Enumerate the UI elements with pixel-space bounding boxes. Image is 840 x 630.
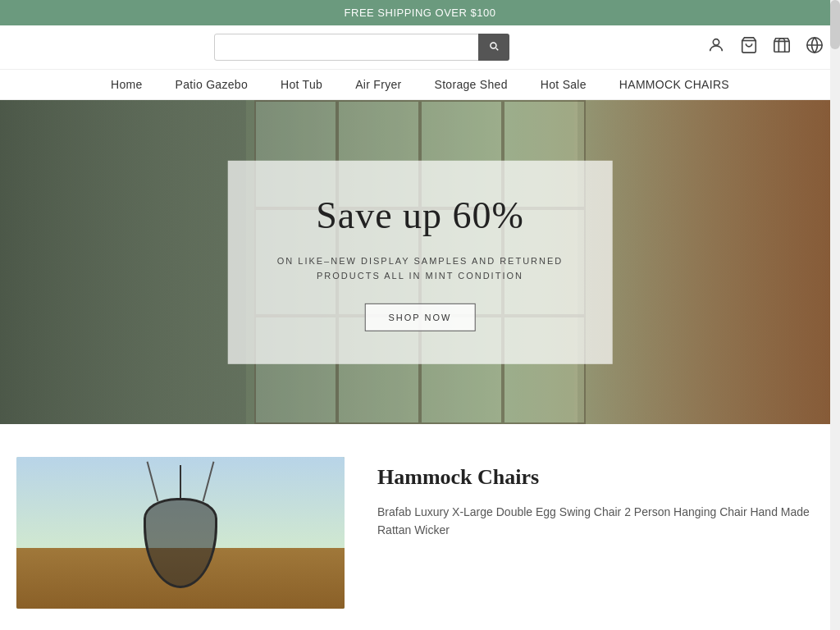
hero-overlay: Save up 60% ON LIKE–NEW DISPLAY SAMPLES … xyxy=(228,160,613,363)
header xyxy=(0,25,840,70)
product-info: Hammock Chairs Brafab Luxury X-Large Dou… xyxy=(377,457,824,540)
hero-subtext-line2: PRODUCTS ALL IN MINT CONDITION xyxy=(317,271,523,281)
cart-icon[interactable] xyxy=(740,36,758,58)
hero-left-panel xyxy=(0,100,254,424)
search-button[interactable] xyxy=(478,34,509,61)
product-description: Brafab Luxury X-Large Double Egg Swing C… xyxy=(377,503,824,540)
hero-subtext-line1: ON LIKE–NEW DISPLAY SAMPLES AND RETURNED xyxy=(277,255,564,265)
nav-storage-shed[interactable]: Storage Shed xyxy=(435,78,508,91)
svg-point-0 xyxy=(713,39,719,45)
nav-hammock-chairs[interactable]: HAMMOCK CHAIRS xyxy=(619,78,729,91)
nav-air-fryer[interactable]: Air Fryer xyxy=(355,78,401,91)
scrollbar[interactable] xyxy=(830,0,840,630)
svg-rect-2 xyxy=(774,41,789,52)
announcement-bar: FREE SHIPPING OVER $100 xyxy=(0,0,840,25)
nav-home[interactable]: Home xyxy=(111,78,143,91)
product-title: Hammock Chairs xyxy=(377,465,824,490)
nav-patio-gazebo[interactable]: Patio Gazebo xyxy=(176,78,248,91)
search-icon xyxy=(488,40,500,52)
hero-right-panel xyxy=(578,100,840,424)
hero-section: Save up 60% ON LIKE–NEW DISPLAY SAMPLES … xyxy=(0,100,840,424)
account-icon[interactable] xyxy=(707,36,725,58)
product-image-container xyxy=(16,457,345,609)
announcement-text: FREE SHIPPING OVER $100 xyxy=(345,7,496,19)
shop-now-button[interactable]: SHOP NOW xyxy=(365,304,476,331)
hammock-rope-top xyxy=(180,465,181,498)
scrollbar-thumb[interactable] xyxy=(830,0,840,49)
header-icons xyxy=(707,36,824,58)
nav-hot-sale[interactable]: Hot Sale xyxy=(541,78,587,91)
nav-hot-tub[interactable]: Hot Tub xyxy=(281,78,322,91)
store-icon[interactable] xyxy=(773,36,791,58)
hero-subtext: ON LIKE–NEW DISPLAY SAMPLES AND RETURNED… xyxy=(277,253,564,283)
hero-headline: Save up 60% xyxy=(277,193,564,236)
search-input[interactable] xyxy=(214,34,509,61)
search-container xyxy=(214,34,509,61)
products-section: Hammock Chairs Brafab Luxury X-Large Dou… xyxy=(0,424,840,630)
product-image xyxy=(16,457,345,609)
language-icon[interactable] xyxy=(806,36,824,58)
main-nav: Home Patio Gazebo Hot Tub Air Fryer Stor… xyxy=(0,70,840,100)
